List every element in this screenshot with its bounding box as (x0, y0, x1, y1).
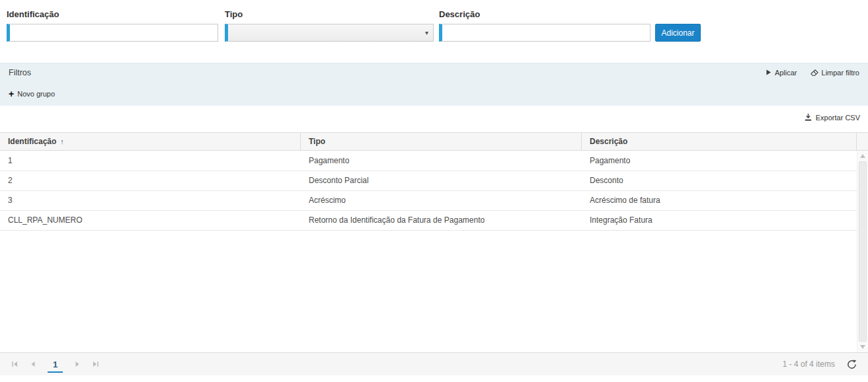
column-header-identificacao[interactable]: Identificação↑ (0, 133, 301, 150)
first-page-button[interactable] (5, 353, 24, 375)
new-group-label: Novo grupo (17, 90, 55, 98)
clear-filter-label: Limpar filtro (822, 69, 859, 77)
export-csv-label: Exportar CSV (816, 114, 860, 122)
plus-icon: + (9, 90, 14, 98)
seek-last-icon (92, 360, 100, 368)
identificacao-label: Identificação (7, 9, 218, 19)
column-title: Identificação (8, 137, 56, 146)
seek-first-icon (11, 360, 19, 368)
scrollbar-thumb[interactable] (859, 161, 867, 342)
table-cell: Integração Fatura (582, 210, 857, 230)
arrow-left-icon (29, 360, 37, 368)
table-cell: Desconto (582, 171, 857, 190)
clear-filter-button[interactable]: Limpar filtro (810, 69, 859, 77)
header-scrollbar-filler (857, 133, 868, 150)
tipo-select[interactable]: ▾ (225, 24, 434, 42)
eraser-icon (810, 69, 818, 76)
filters-body: + Novo grupo (0, 81, 868, 100)
scroll-up-icon[interactable] (860, 154, 865, 158)
refresh-button[interactable] (844, 357, 859, 371)
descricao-field-group: Descrição (439, 9, 651, 42)
grid-header: Identificação↑ Tipo Descrição (0, 132, 868, 151)
table-row[interactable]: 1PagamentoPagamento (0, 151, 857, 171)
apply-filter-label: Aplicar (775, 69, 797, 77)
identificacao-input[interactable] (7, 24, 218, 42)
prev-page-button[interactable] (24, 353, 42, 375)
tipo-field-group: Tipo ▾ (225, 9, 434, 42)
table-cell: 1 (0, 151, 301, 171)
table-cell: 3 (0, 190, 301, 210)
new-group-button[interactable]: + Novo grupo (9, 90, 55, 98)
next-page-button[interactable] (68, 353, 87, 375)
table-row[interactable]: 2Desconto ParcialDesconto (0, 171, 857, 190)
grid-body: 1PagamentoPagamento2Desconto ParcialDesc… (0, 151, 868, 352)
download-icon (804, 113, 812, 122)
descricao-input[interactable] (439, 24, 651, 42)
table-cell: Pagamento (582, 151, 857, 171)
sort-asc-icon: ↑ (60, 137, 64, 145)
adicionar-button[interactable]: Adicionar (655, 24, 701, 42)
grid-table: 1PagamentoPagamento2Desconto ParcialDesc… (0, 151, 857, 231)
arrow-right-icon (73, 360, 81, 368)
filters-header: Filtros Aplicar Limpar filtro (0, 63, 868, 81)
table-cell: CLL_RPA_NUMERO (0, 210, 301, 230)
table-cell: Pagamento (301, 151, 582, 171)
refresh-icon (847, 360, 857, 369)
app-window: Identificação Tipo ▾ Descrição Adicionar… (0, 0, 868, 382)
descricao-label: Descrição (439, 9, 651, 19)
table-cell: Acréscimo (301, 190, 582, 210)
pager-info: 1 - 4 of 4 items (783, 360, 835, 369)
current-page[interactable]: 1 (48, 356, 63, 373)
column-header-tipo[interactable]: Tipo (301, 133, 582, 150)
table-cell: 2 (0, 171, 301, 190)
chevron-down-icon: ▾ (425, 29, 428, 37)
play-icon (766, 69, 771, 75)
table-cell: Retorno da Identificação da Fatura de Pa… (301, 210, 582, 230)
table-cell: Desconto Parcial (301, 171, 582, 190)
export-row: Exportar CSV (0, 106, 868, 132)
table-row[interactable]: 3AcréscimoAcréscimo de fatura (0, 190, 857, 210)
table-row[interactable]: CLL_RPA_NUMERORetorno da Identificação d… (0, 210, 857, 230)
filters-actions: Aplicar Limpar filtro (766, 69, 859, 77)
tipo-label: Tipo (225, 9, 434, 19)
export-csv-button[interactable]: Exportar CSV (804, 113, 860, 122)
table-cell: Acréscimo de fatura (582, 190, 857, 210)
apply-filter-button[interactable]: Aplicar (766, 69, 797, 77)
column-title: Descrição (590, 137, 627, 146)
identificacao-field-group: Identificação (7, 9, 218, 42)
add-record-form: Identificação Tipo ▾ Descrição Adicionar (0, 0, 868, 63)
pager: 1 1 - 4 of 4 items (0, 352, 868, 375)
vertical-scrollbar[interactable] (857, 151, 868, 352)
column-title: Tipo (309, 137, 325, 146)
filters-title: Filtros (9, 68, 31, 77)
column-header-descricao[interactable]: Descrição (582, 133, 857, 150)
scroll-down-icon[interactable] (860, 345, 865, 349)
data-grid: Identificação↑ Tipo Descrição 1Pagamento… (0, 132, 868, 352)
filters-panel: Filtros Aplicar Limpar filtro (0, 63, 868, 106)
last-page-button[interactable] (87, 353, 105, 375)
